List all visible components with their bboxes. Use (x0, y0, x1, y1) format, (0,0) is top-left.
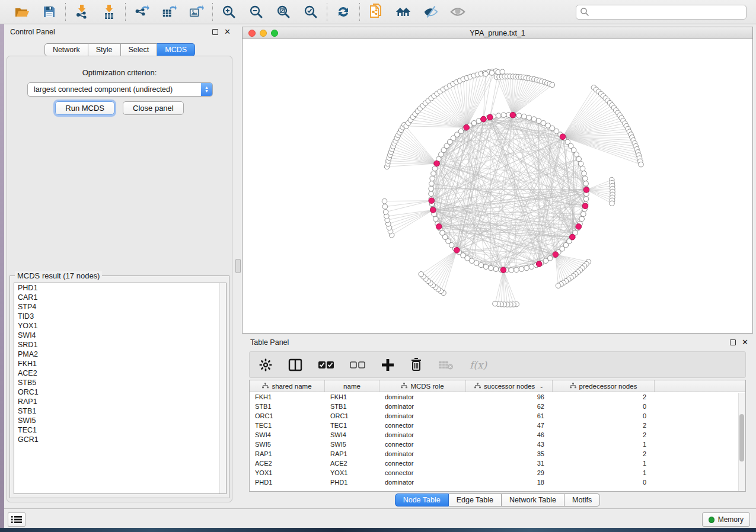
settings-gear-icon[interactable] (259, 356, 272, 374)
list-item[interactable]: STB5 (14, 378, 226, 387)
list-item[interactable]: YOX1 (14, 321, 226, 331)
list-item[interactable]: PMA2 (14, 350, 226, 359)
hide-graphics-icon[interactable] (423, 4, 438, 20)
open-session-icon[interactable] (14, 4, 30, 20)
table-scrollbar[interactable] (738, 393, 745, 491)
hierarchy-icon (401, 383, 407, 390)
table-scrollbar-thumb[interactable] (739, 414, 744, 462)
column-header-shared-name[interactable]: shared name (250, 380, 325, 392)
delete-icon[interactable] (410, 356, 422, 374)
list-item[interactable]: CAR1 (14, 293, 226, 302)
list-item[interactable]: STB1 (14, 406, 226, 416)
network-window-titlebar[interactable]: YPA_prune.txt_1 (243, 27, 752, 39)
table-row[interactable]: PHD1PHD1dominator180 (250, 477, 745, 487)
show-graphics-icon[interactable] (450, 4, 465, 20)
table-cell: 96 (466, 392, 553, 402)
list-item[interactable]: GCR1 (14, 435, 226, 444)
table-cell: 29 (466, 468, 553, 477)
tab-motifs[interactable]: Motifs (564, 493, 600, 507)
table-row[interactable]: SWI5SWI5connector431 (250, 440, 745, 449)
deselect-all-icon[interactable] (350, 356, 365, 374)
save-session-icon[interactable] (42, 4, 57, 20)
desktop-wallpaper-left (0, 24, 4, 528)
list-item[interactable]: SRD1 (14, 340, 226, 350)
search-box[interactable] (576, 5, 747, 20)
column-header-name[interactable]: name (325, 380, 379, 392)
export-image-icon[interactable] (189, 4, 204, 20)
list-item[interactable]: STP4 (14, 302, 226, 312)
export-table-icon[interactable] (161, 4, 177, 20)
home-icon[interactable] (395, 4, 411, 20)
close-panel-icon[interactable]: ✕ (742, 339, 748, 345)
list-item[interactable]: FKH1 (14, 359, 226, 368)
table-row[interactable]: ORC1ORC1dominator610 (250, 411, 745, 421)
tab-mcds[interactable]: MCDS (157, 43, 195, 56)
list-item[interactable]: TEC1 (14, 425, 226, 435)
table-row[interactable]: SWI4SWI4dominator462 (250, 430, 745, 440)
add-icon[interactable] (381, 356, 394, 374)
search-input[interactable] (589, 6, 742, 18)
list-item[interactable]: PHD1 (14, 283, 226, 293)
panel-splitter-handle[interactable] (235, 259, 241, 273)
table-cell: connector (379, 440, 466, 449)
table-cell: 46 (466, 430, 553, 440)
zoom-selected-icon[interactable] (303, 4, 318, 20)
table-cell: dominator (379, 392, 466, 402)
list-item[interactable]: SWI4 (14, 331, 226, 340)
column-header-successor-nodes[interactable]: successor nodes⌄ (466, 380, 553, 392)
zoom-out-icon[interactable] (248, 4, 264, 20)
mcds-result-list[interactable]: PHD1CAR1STP4TID3YOX1SWI4SRD1PMA2FKH1ACE2… (14, 283, 227, 494)
network-canvas[interactable] (243, 39, 752, 333)
list-item[interactable]: ORC1 (14, 387, 226, 397)
table-row[interactable]: FKH1FKH1dominator962 (250, 392, 745, 402)
list-item[interactable]: SWI5 (14, 416, 226, 425)
import-network-icon[interactable] (74, 4, 90, 20)
table-row[interactable]: RAP1RAP1dominator352 (250, 449, 745, 459)
table-cell: 2 (553, 421, 655, 430)
table-row[interactable]: TEC1TEC1connector472 (250, 421, 745, 430)
optimization-criterion-select[interactable]: largest connected component (undirected)… (27, 82, 213, 97)
table-cell: 2 (553, 449, 655, 459)
table-body: FKH1FKH1dominator962STB1STB1dominator620… (250, 392, 745, 487)
list-item[interactable]: TID3 (14, 312, 226, 321)
float-panel-icon[interactable] (730, 339, 736, 345)
task-history-button[interactable] (8, 512, 25, 527)
list-item[interactable]: ACE2 (14, 368, 226, 378)
main-toolbar (0, 0, 756, 24)
column-header-MCDS-role[interactable]: MCDS role (379, 380, 466, 392)
run-mcds-button[interactable]: Run MCDS (55, 101, 114, 115)
refresh-icon[interactable] (336, 4, 351, 20)
tab-network[interactable]: Network (44, 43, 88, 56)
tab-node-table[interactable]: Node Table (395, 493, 449, 507)
export-network-icon[interactable] (134, 4, 149, 20)
table-cell: RAP1 (250, 449, 325, 459)
close-panel-button[interactable]: Close panel (123, 101, 184, 115)
table-row[interactable]: YOX1YOX1connector291 (250, 468, 745, 477)
list-icon (11, 515, 22, 524)
import-table-icon[interactable] (101, 4, 117, 20)
memory-button[interactable]: Memory (702, 512, 750, 527)
list-item[interactable]: RAP1 (14, 397, 226, 406)
mcds-list-scrollbar[interactable] (219, 283, 226, 493)
tab-network-table[interactable]: Network Table (502, 493, 564, 507)
tab-edge-table[interactable]: Edge Table (449, 493, 502, 507)
function-builder-icon: f(x) (470, 356, 487, 374)
table-panel: Table Panel ✕ f(x) shared namenameMCDS (242, 335, 753, 508)
column-header-predecessor-nodes[interactable]: predecessor nodes (553, 380, 655, 392)
table-row[interactable]: ACE2ACE2connector311 (250, 459, 745, 468)
zoom-fit-icon[interactable] (276, 4, 291, 20)
optimization-criterion-label: Optimization criterion: (7, 68, 232, 77)
float-panel-icon[interactable] (212, 29, 218, 35)
table-cell: 43 (466, 440, 553, 449)
column-view-icon[interactable] (288, 356, 302, 374)
share-session-icon[interactable] (368, 4, 384, 20)
zoom-in-icon[interactable] (221, 4, 237, 20)
table-cell: STB1 (325, 402, 379, 411)
tab-style[interactable]: Style (88, 43, 121, 56)
close-panel-icon[interactable]: ✕ (224, 29, 231, 35)
table-row[interactable]: STB1STB1dominator620 (250, 402, 745, 411)
tab-select[interactable]: Select (121, 43, 158, 56)
select-all-icon[interactable] (318, 356, 334, 374)
table-cell: YOX1 (325, 468, 379, 477)
desktop-wallpaper-bottom (0, 528, 756, 532)
